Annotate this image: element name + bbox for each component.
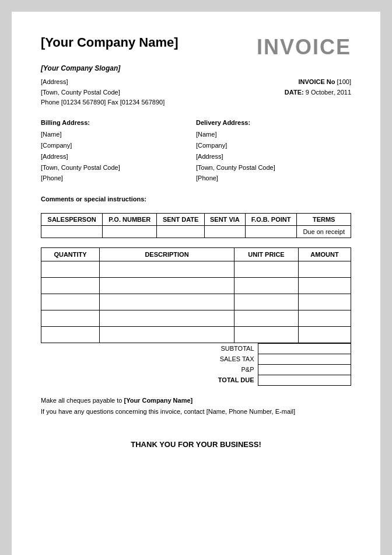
invoice-title: INVOICE <box>257 35 351 60</box>
item-amount-3 <box>299 294 351 310</box>
pp-label: P&P <box>41 364 258 375</box>
order-col-sent-date: SENT DATE <box>157 213 205 225</box>
invoice-date: DATE: 9 October, 2011 <box>285 88 351 98</box>
order-col-salesperson: SALESPERSON <box>41 213 103 225</box>
tax-label: SALES TAX <box>41 354 258 364</box>
total-value <box>258 375 351 385</box>
company-name-heading: [Your Company Name] <box>41 35 178 50</box>
address-section: Billing Address: [Name] [Company] [Addre… <box>41 117 351 184</box>
item-desc-3 <box>100 294 235 310</box>
thank-you-message: THANK YOU FOR YOUR BUSINESS! <box>41 440 351 449</box>
order-col-sent-via: SENT VIA <box>204 213 245 225</box>
top-section: [Address] [Town, County Postal Code] Pho… <box>41 77 351 108</box>
billing-town: [Town, County Postal Code] <box>41 162 196 173</box>
item-desc-4 <box>100 310 235 326</box>
items-col-amount: AMOUNT <box>299 247 351 261</box>
billing-address: Billing Address: [Name] [Company] [Addre… <box>41 117 196 184</box>
comments-label: Comments or special instructions: <box>41 196 146 203</box>
item-unit-1 <box>235 261 299 277</box>
company-address-line1: [Address] <box>41 77 285 88</box>
item-unit-4 <box>235 310 299 326</box>
items-col-desc: DESCRIPTION <box>100 247 235 261</box>
billing-phone: [Phone] <box>41 173 196 184</box>
tax-value <box>258 354 351 364</box>
item-desc-2 <box>100 277 235 294</box>
billing-title: Billing Address: <box>41 117 196 128</box>
footer-section: Make all cheques payable to [Your Compan… <box>41 395 351 417</box>
invoice-number-label: INVOICE No <box>299 78 335 85</box>
items-header-row: QUANTITY DESCRIPTION UNIT PRICE AMOUNT <box>41 247 351 261</box>
table-row <box>41 261 351 277</box>
items-col-qty: QUANTITY <box>41 247 100 261</box>
company-address-block: [Address] [Town, County Postal Code] Pho… <box>41 77 285 108</box>
subtotal-value <box>258 343 351 354</box>
order-table-data-row: Due on receipt <box>41 225 351 238</box>
pp-value <box>258 364 351 375</box>
footer-line1-company: [Your Company Name] <box>124 397 192 404</box>
delivery-phone: [Phone] <box>196 173 351 184</box>
item-amount-4 <box>299 310 351 326</box>
invoice-date-value: 9 October, 2011 <box>306 89 351 96</box>
item-qty-3 <box>41 294 100 310</box>
company-name: [Your Company Name] <box>41 35 178 50</box>
item-qty-2 <box>41 277 100 294</box>
delivery-town: [Town, County Postal Code] <box>196 162 351 173</box>
total-label: TOTAL DUE <box>41 375 258 385</box>
order-salesperson-value <box>41 225 103 238</box>
order-po-value <box>103 225 157 238</box>
delivery-address: Delivery Address: [Name] [Company] [Addr… <box>196 117 351 184</box>
items-col-unit: UNIT PRICE <box>235 247 299 261</box>
totals-table: SUBTOTAL SALES TAX P&P TOTAL DUE <box>41 343 351 386</box>
company-address-line3: Phone [01234 567890] Fax [01234 567890] <box>41 97 285 108</box>
order-table-header-row: SALESPERSON P.O. NUMBER SENT DATE SENT V… <box>41 213 351 225</box>
billing-name: [Name] <box>41 129 196 140</box>
company-slogan: [Your Company Slogan] <box>41 64 351 72</box>
order-table: SALESPERSON P.O. NUMBER SENT DATE SENT V… <box>41 213 351 238</box>
footer-line1-prefix: Make all cheques payable to <box>41 397 124 404</box>
item-desc-5 <box>100 326 235 343</box>
invoice-page: [Your Company Name] INVOICE [Your Compan… <box>12 12 380 555</box>
invoice-date-label: DATE: <box>285 89 304 96</box>
order-sent-via-value <box>204 225 245 238</box>
pp-row: P&P <box>41 364 351 375</box>
order-col-po: P.O. NUMBER <box>103 213 157 225</box>
invoice-number: INVOICE No [100] <box>285 77 351 88</box>
invoice-number-value: [100] <box>337 78 351 85</box>
item-qty-1 <box>41 261 100 277</box>
delivery-company: [Company] <box>196 140 351 151</box>
billing-company: [Company] <box>41 140 196 151</box>
order-terms-value: Due on receipt <box>297 225 351 238</box>
items-table: QUANTITY DESCRIPTION UNIT PRICE AMOUNT <box>41 247 351 343</box>
subtotal-row: SUBTOTAL <box>41 343 351 354</box>
delivery-address-line: [Address] <box>196 151 351 162</box>
order-sent-date-value <box>157 225 205 238</box>
order-fob-value <box>245 225 297 238</box>
billing-address-line: [Address] <box>41 151 196 162</box>
order-col-terms: TERMS <box>297 213 351 225</box>
item-unit-5 <box>235 326 299 343</box>
table-row <box>41 310 351 326</box>
comments-section: Comments or special instructions: <box>41 193 351 204</box>
item-desc-1 <box>100 261 235 277</box>
footer-line1: Make all cheques payable to [Your Compan… <box>41 395 351 406</box>
item-unit-2 <box>235 277 299 294</box>
order-col-fob: F.O.B. POINT <box>245 213 297 225</box>
tax-row: SALES TAX <box>41 354 351 364</box>
table-row <box>41 294 351 310</box>
item-qty-5 <box>41 326 100 343</box>
delivery-title: Delivery Address: <box>196 117 351 128</box>
item-amount-5 <box>299 326 351 343</box>
company-address-line2: [Town, County Postal Code] <box>41 88 285 98</box>
item-unit-3 <box>235 294 299 310</box>
total-row: TOTAL DUE <box>41 375 351 385</box>
table-row <box>41 326 351 343</box>
item-amount-1 <box>299 261 351 277</box>
footer-line2: If you have any questions concerning thi… <box>41 406 351 417</box>
item-qty-4 <box>41 310 100 326</box>
subtotal-label: SUBTOTAL <box>41 343 258 354</box>
item-amount-2 <box>299 277 351 294</box>
header: [Your Company Name] INVOICE <box>41 35 351 60</box>
table-row <box>41 277 351 294</box>
invoice-meta: INVOICE No [100] DATE: 9 October, 2011 <box>285 77 351 97</box>
delivery-name: [Name] <box>196 129 351 140</box>
